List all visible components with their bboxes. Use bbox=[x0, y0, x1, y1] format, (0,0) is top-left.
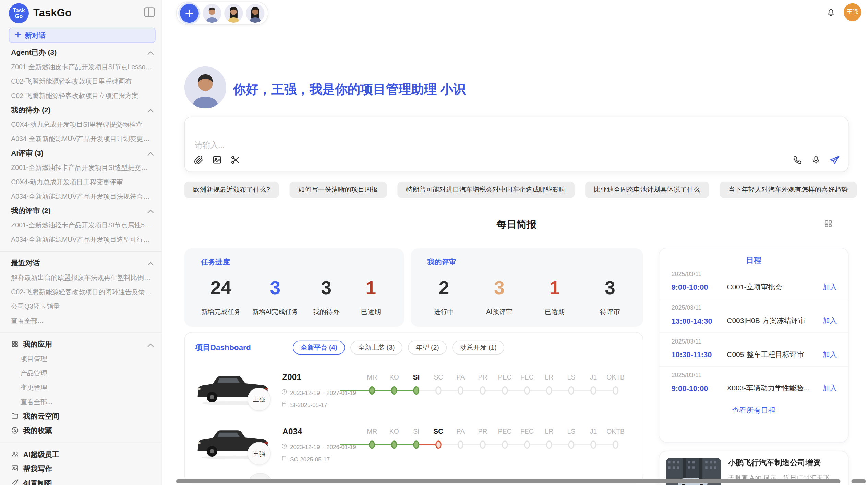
notification-bell-icon[interactable] bbox=[826, 7, 836, 17]
sidebar-tool-item[interactable]: 帮我写作 bbox=[0, 462, 162, 476]
scissors-icon[interactable] bbox=[230, 155, 240, 165]
section-title: Agent已办 (3) bbox=[11, 48, 57, 58]
milestone-label: J1 bbox=[582, 425, 605, 438]
join-button[interactable]: 加入 bbox=[823, 383, 837, 393]
milestone-dot bbox=[480, 440, 486, 449]
dashboard-tab[interactable]: 全新上装 (3) bbox=[350, 341, 402, 355]
attachment-icon[interactable] bbox=[194, 155, 204, 165]
sidebar-task-item[interactable]: Z001-全新燃油轻卡产品开发项目SI造型提交物评审 bbox=[0, 160, 162, 175]
sidebar-task-item[interactable]: C02-飞腾新能源轻客改款项目里程碑画布 bbox=[0, 74, 162, 88]
join-button[interactable]: 加入 bbox=[823, 350, 837, 360]
send-icon[interactable] bbox=[829, 155, 839, 165]
sidebar-task-item[interactable]: A034-全新新能源MUV产品开发项目计划变更表编写 bbox=[0, 132, 162, 146]
microphone-icon[interactable] bbox=[811, 155, 821, 165]
sidebar-task-item[interactable]: Z001-全新燃油皮卡产品开发项目SI节点Lesson Learn报告 bbox=[0, 60, 162, 74]
milestone-SI: SI bbox=[405, 371, 427, 398]
dashboard-tab[interactable]: 动总开发 (1) bbox=[452, 341, 504, 355]
stats-cards-row: 任务进度24新增完成任务3新增AI完成任务3我的待办1已逾期我的评审2进行中3A… bbox=[184, 248, 643, 327]
phone-icon[interactable] bbox=[793, 155, 803, 165]
stat-item: 1已逾期 bbox=[538, 277, 571, 317]
sidebar-tool-item[interactable]: AI超级员工 bbox=[0, 447, 162, 462]
user-avatar[interactable]: 王强 bbox=[844, 3, 861, 21]
new-chat-button[interactable]: 新对话 bbox=[9, 28, 156, 43]
recent-chat-item[interactable]: 查看全部... bbox=[0, 314, 162, 328]
chat-input[interactable]: 请输入... bbox=[195, 140, 225, 150]
add-member-button[interactable] bbox=[180, 4, 199, 23]
horizontal-scrollbar-corner[interactable] bbox=[852, 479, 866, 483]
member-avatar[interactable] bbox=[224, 4, 243, 23]
sidebar-task-item[interactable]: A034-全新新能源MUV产品开发项目法规符合性评审 bbox=[0, 189, 162, 203]
milestone-SC: SC bbox=[427, 371, 450, 398]
sidebar-task-item[interactable]: Z001-全新燃油轻卡产品开发项目SI节点属性5D文件评审 bbox=[0, 218, 162, 232]
horizontal-scrollbar[interactable] bbox=[176, 479, 841, 483]
recent-chats-header[interactable]: 最近对话 bbox=[0, 256, 162, 271]
sidebar-task-item[interactable]: C0X4-动力总成开发项目工程变更评审 bbox=[0, 175, 162, 189]
app-sub-item[interactable]: 项目管理 bbox=[0, 352, 162, 366]
sidebar-scroll[interactable]: Agent已办 (3)Z001-全新燃油皮卡产品开发项目SI节点Lesson L… bbox=[0, 45, 162, 485]
stat-item: 3AI预评审 bbox=[483, 277, 516, 317]
sidebar-item-my-apps[interactable]: 我的应用 bbox=[0, 337, 162, 352]
stat-value: 3 bbox=[483, 277, 516, 299]
stat-label: 待评审 bbox=[593, 308, 627, 317]
milestone-KO: KO bbox=[383, 425, 405, 452]
image-icon bbox=[11, 464, 19, 474]
event-title: C003|H0B-方案冻结评审 bbox=[727, 316, 818, 326]
milestone-LS: LS bbox=[560, 371, 582, 398]
stat-label: 已逾期 bbox=[354, 308, 387, 317]
join-button[interactable]: 加入 bbox=[823, 316, 837, 326]
milestone-label: FEC bbox=[516, 425, 538, 438]
section-title: AI评审 (3) bbox=[11, 148, 43, 158]
view-all-schedule-link[interactable]: 查看所有日程 bbox=[659, 400, 848, 415]
sidebar-section-header[interactable]: AI评审 (3) bbox=[0, 146, 162, 160]
input-tools-right bbox=[793, 155, 839, 165]
suggestion-chip[interactable]: 如何写一份清晰的项目周报 bbox=[289, 182, 387, 198]
project-row[interactable]: 王强A0342023-12-19 ~ 2026-01-19SC-2025-05-… bbox=[195, 424, 632, 478]
stats-card-title: 任务进度 bbox=[201, 257, 387, 267]
app-sub-item[interactable]: 产品管理 bbox=[0, 366, 162, 381]
dashboard-tab[interactable]: 全新平台 (4) bbox=[293, 341, 345, 355]
sidebar-section-header[interactable]: 我的评审 (2) bbox=[0, 203, 162, 218]
dashboard-tabs: 全新平台 (4)全新上装 (3)年型 (2)动总开发 (1) bbox=[293, 341, 504, 355]
suggestion-chip[interactable]: 欧洲新规最近颁布了什么? bbox=[184, 182, 279, 198]
milestone-dot bbox=[546, 386, 552, 395]
image-upload-icon[interactable] bbox=[212, 155, 222, 165]
suggestion-chip[interactable]: 比亚迪全固态电池计划具体说了什么 bbox=[585, 182, 709, 198]
chevron-up-icon bbox=[147, 259, 154, 268]
milestone-dot bbox=[413, 440, 419, 449]
member-avatar[interactable] bbox=[203, 4, 221, 23]
divider bbox=[0, 332, 162, 333]
stat-value: 2 bbox=[427, 277, 461, 299]
layout-grid-icon[interactable] bbox=[824, 219, 833, 228]
dashboard-tab[interactable]: 年型 (2) bbox=[408, 341, 447, 355]
clock-icon bbox=[281, 389, 287, 396]
greeting-title: 你好，王强，我是你的项目管理助理 小识 bbox=[233, 81, 466, 98]
sidebar-item-favorites[interactable]: 我的收藏 bbox=[0, 424, 162, 438]
milestone-PEC: PEC bbox=[494, 425, 516, 452]
project-row[interactable]: 王强Z0012023-12-19 ~ 2027-01-19SI-2025-05-… bbox=[195, 370, 632, 424]
join-button[interactable]: 加入 bbox=[823, 282, 837, 292]
sidebar-task-item[interactable]: C02-飞腾新能源轻客改款项目立项汇报方案 bbox=[0, 88, 162, 103]
milestone-label: OKTB bbox=[604, 425, 627, 438]
star-badge-icon bbox=[11, 426, 19, 435]
recent-chat-item[interactable]: 解释最新出台的欧盟报废车法规再生塑料比例被调至15%... bbox=[0, 271, 162, 285]
milestone-label: PR bbox=[472, 425, 494, 438]
my-apps-label: 我的应用 bbox=[23, 339, 52, 349]
sidebar-item-cloud[interactable]: 我的云空间 bbox=[0, 409, 162, 424]
sidebar-task-item[interactable]: C0X4-动力总成开发项目SI里程碑提交物检查 bbox=[0, 117, 162, 132]
stat-label: 新增完成任务 bbox=[201, 308, 241, 317]
app-title: TaskGo bbox=[33, 7, 72, 20]
recent-chat-item[interactable]: C02-飞腾新能源轻客改款项目的闭环通告反馈情况 bbox=[0, 285, 162, 299]
chat-input-card[interactable]: 请输入... bbox=[184, 117, 849, 172]
sidebar-section-header[interactable]: Agent已办 (3) bbox=[0, 45, 162, 60]
sidebar-collapse-icon[interactable] bbox=[144, 7, 155, 17]
member-avatar[interactable] bbox=[246, 4, 265, 23]
sidebar-tool-item[interactable]: 创意制图 bbox=[0, 476, 162, 485]
sidebar-section-header[interactable]: 我的待办 (2) bbox=[0, 103, 162, 117]
suggestion-chip[interactable]: 特朗普可能对进口汽车增税会对中国车企造成哪些影响 bbox=[397, 182, 575, 198]
app-sub-item[interactable]: 查看全部... bbox=[0, 395, 162, 409]
app-sub-item[interactable]: 变更管理 bbox=[0, 381, 162, 395]
suggestion-chip[interactable]: 当下年轻人对汽车外观有怎样的喜好趋势 bbox=[720, 182, 857, 198]
event-date: 2025/03/11 bbox=[672, 304, 837, 311]
sidebar-task-item[interactable]: A034-全新新能源MUV产品开发项目造型可行性评审 bbox=[0, 232, 162, 247]
recent-chat-item[interactable]: 公司Q3轻卡销量 bbox=[0, 299, 162, 314]
